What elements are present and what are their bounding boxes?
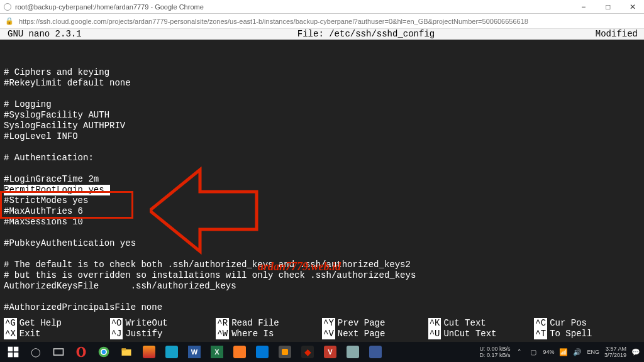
taskbar-icons: ◯ W X ◆ V xyxy=(0,343,386,361)
lang-indicator[interactable]: ENG xyxy=(587,349,599,355)
minimize-button[interactable]: − xyxy=(572,0,595,14)
tab-favicon xyxy=(4,3,11,11)
battery-icon[interactable]: ▢ xyxy=(529,348,538,356)
close-button[interactable]: ✕ xyxy=(621,0,644,14)
sublime-icon[interactable] xyxy=(274,343,296,361)
nano-file: File: /etc/ssh/sshd_config xyxy=(164,29,569,40)
notifications-icon[interactable]: 💬 xyxy=(631,348,640,356)
net-meter: U: 0.00 kB/s D: 0.17 kB/s xyxy=(479,346,510,358)
cursor xyxy=(104,185,110,195)
svg-rect-5 xyxy=(54,349,64,355)
nano-status: Modified xyxy=(569,29,644,40)
chrome-icon[interactable] xyxy=(93,343,114,361)
opera-icon[interactable] xyxy=(70,343,92,361)
battery-percent: 94% xyxy=(543,349,554,355)
window-title: root@backup-cyberpanel:/home/ardan7779 -… xyxy=(15,3,204,11)
app-icon-4[interactable]: V xyxy=(319,343,341,361)
terminal-editor[interactable]: GNU nano 2.3.1 File: /etc/ssh/sshd_confi… xyxy=(0,29,644,342)
url-text[interactable]: https://ssh.cloud.google.com/projects/ar… xyxy=(19,18,639,25)
svg-rect-3 xyxy=(8,353,13,358)
app-icon-3[interactable]: ◆ xyxy=(297,343,318,361)
app-icon-2[interactable] xyxy=(161,343,182,361)
system-tray[interactable]: U: 0.00 kB/s D: 0.17 kB/s ˄ ▢ 94% 📶 🔊 EN… xyxy=(479,346,644,358)
browser-titlebar: root@backup-cyberpanel:/home/ardan7779 -… xyxy=(0,0,644,14)
search-button[interactable]: ◯ xyxy=(25,343,47,361)
svg-rect-2 xyxy=(14,347,19,352)
explorer-icon[interactable] xyxy=(116,343,137,361)
taskview-button[interactable] xyxy=(48,343,69,361)
svg-rect-1 xyxy=(8,347,13,352)
word-icon[interactable]: W xyxy=(184,343,205,361)
xampp-icon[interactable] xyxy=(229,343,250,361)
svg-rect-4 xyxy=(14,353,19,358)
app-icon-1[interactable] xyxy=(138,343,160,361)
svg-rect-12 xyxy=(122,348,126,350)
nano-shortcuts: ^GGet Help ^OWriteOut ^RRead File ^YPrev… xyxy=(0,318,644,342)
highlighted-line: PermitRootLogin yes xyxy=(4,185,110,195)
nano-body[interactable]: # Ciphers and keying #RekeyLimit default… xyxy=(0,40,644,324)
excel-icon[interactable]: X xyxy=(206,343,228,361)
maximize-button[interactable]: □ xyxy=(597,0,619,14)
clock[interactable]: 3:57 AM 3/7/2019 xyxy=(604,346,626,358)
app-icon-5[interactable] xyxy=(342,343,364,361)
start-button[interactable] xyxy=(3,343,24,361)
vscode-icon[interactable] xyxy=(252,343,273,361)
taskbar[interactable]: ◯ W X ◆ V U: 0.00 kB/s D: 0.17 kB/s ˄ ▢ … xyxy=(0,342,644,362)
svg-point-7 xyxy=(79,348,84,356)
nano-header: GNU nano 2.3.1 File: /etc/ssh/sshd_confi… xyxy=(0,29,644,40)
volume-icon[interactable]: 🔊 xyxy=(573,348,582,356)
tray-chevron-icon[interactable]: ˄ xyxy=(515,348,524,356)
wifi-icon[interactable]: 📶 xyxy=(559,348,568,356)
app-icon-6[interactable] xyxy=(365,343,386,361)
address-bar[interactable]: 🔒 https://ssh.cloud.google.com/projects/… xyxy=(0,14,644,29)
nano-version: GNU nano 2.3.1 xyxy=(0,29,164,40)
lock-icon: 🔒 xyxy=(5,17,14,25)
